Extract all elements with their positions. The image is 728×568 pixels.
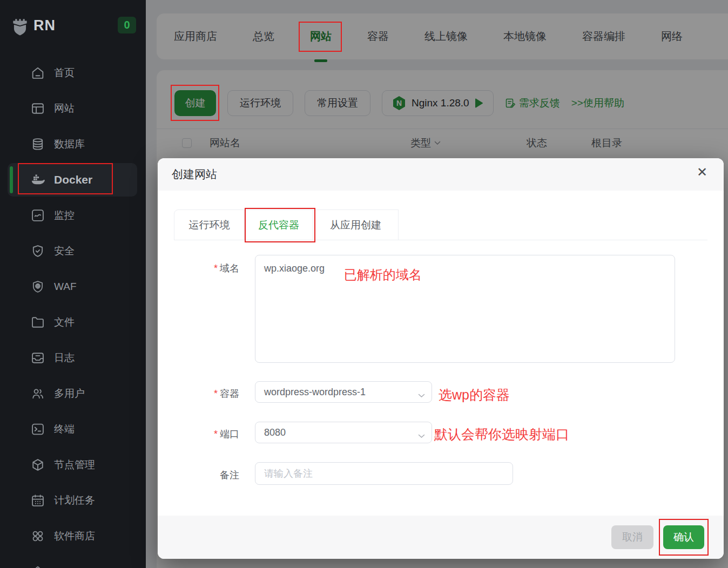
cancel-button-label: 取消	[622, 530, 643, 544]
sidebar: RN 0 首页 网站 数据库 Docker	[0, 0, 146, 568]
dialog-footer: 取消 确认	[158, 516, 724, 559]
docker-icon	[30, 172, 45, 187]
sidebar-item-monitor[interactable]: 监控	[0, 198, 146, 233]
sidebar-item-website[interactable]: 网站	[0, 91, 146, 126]
home-icon	[30, 564, 45, 568]
annotation-box-create	[171, 85, 219, 121]
domain-field-label: *域名	[158, 262, 239, 275]
sidebar-item-label: 网站	[54, 102, 75, 116]
sidebar-item-nodes[interactable]: 节点管理	[0, 447, 146, 483]
create-website-dialog: 创建网站 ✕ 运行环境 反代容器 从应用创建 *域名 wp.xiaoge.org…	[158, 158, 724, 559]
sidebar-item-label: 多用户	[54, 387, 85, 401]
browser-icon	[30, 101, 45, 116]
sidebar-item-label: 日志	[54, 351, 75, 365]
sidebar-menu: 首页 网站 数据库 Docker 监控	[0, 55, 146, 568]
dialog-tab-label: 反代容器	[258, 218, 299, 232]
sidebar-item-database[interactable]: 数据库	[0, 126, 146, 162]
dialog-header: 创建网站 ✕	[158, 158, 724, 191]
port-select-value: 8080	[264, 422, 286, 443]
required-asterisk: *	[214, 388, 218, 399]
annotation-box-website-tab	[299, 22, 342, 52]
annotation-container-note: 选wp的容器	[439, 386, 510, 404]
dialog-title: 创建网站	[172, 158, 217, 191]
sidebar-item-cron[interactable]: 计划任务	[0, 483, 146, 518]
chevron-down-icon	[418, 431, 425, 441]
port-select[interactable]: 8080	[255, 422, 432, 443]
close-icon[interactable]: ✕	[697, 166, 707, 179]
dialog-tab-reverse-proxy-container[interactable]: 反代容器	[245, 209, 313, 240]
dialog-tabs: 运行环境 反代容器 从应用创建	[174, 209, 399, 240]
sidebar-item-files[interactable]: 文件	[0, 305, 146, 340]
terminal-icon	[30, 422, 45, 437]
annotation-box-confirm	[659, 519, 709, 556]
sidebar-item-label: 节点管理	[54, 458, 95, 472]
sidebar-item-docker[interactable]: Docker	[0, 162, 146, 198]
sidebar-item-label: 首页	[54, 66, 75, 80]
sidebar-item-label: 文件	[54, 315, 75, 329]
sidebar-item-logs[interactable]: 日志	[0, 340, 146, 376]
container-select[interactable]: wordpress-wordpress-1	[255, 381, 432, 403]
container-field-label: *容器	[158, 387, 239, 400]
notification-badge: 0	[118, 17, 136, 33]
dialog-tab-runtime[interactable]: 运行环境	[174, 209, 245, 240]
inbox-tray-icon	[30, 350, 45, 366]
active-indicator-bar	[10, 166, 13, 193]
sidebar-item-partial[interactable]	[0, 554, 146, 568]
annotation-domain-note: 已解析的域名	[344, 266, 422, 283]
sidebar-item-label: 软件商店	[54, 529, 95, 543]
dialog-tab-label: 运行环境	[189, 218, 230, 232]
container-select-value: wordpress-wordpress-1	[264, 382, 366, 402]
sidebar-item-home[interactable]: 首页	[0, 55, 146, 91]
dialog-tab-from-app[interactable]: 从应用创建	[313, 209, 399, 240]
sidebar-item-label: Docker	[54, 173, 92, 186]
calendar-icon	[30, 493, 45, 508]
remark-field-label: 备注	[158, 469, 239, 482]
app-window: RN 0 首页 网站 数据库 Docker	[0, 0, 728, 568]
cube-icon	[30, 457, 45, 472]
users-icon	[30, 386, 45, 401]
shield-logo-icon	[10, 15, 30, 37]
dialog-tab-label: 从应用创建	[330, 218, 381, 232]
port-field-label: *端口	[158, 428, 239, 441]
shield-check-icon	[30, 244, 45, 259]
remark-input[interactable]	[255, 462, 513, 485]
domain-textarea[interactable]: wp.xiaoge.org	[255, 255, 675, 363]
sidebar-item-terminal[interactable]: 终端	[0, 411, 146, 447]
sidebar-item-appstore[interactable]: 软件商店	[0, 518, 146, 554]
folder-icon	[30, 315, 45, 330]
monitor-chart-icon	[30, 208, 45, 223]
sidebar-item-label: WAF	[54, 281, 77, 293]
sidebar-item-label: 终端	[54, 422, 75, 436]
dialog-tabs-divider	[174, 240, 707, 240]
required-asterisk: *	[214, 429, 218, 439]
annotation-port-note: 默认会帮你选映射端口	[434, 425, 569, 443]
sidebar-item-security[interactable]: 安全	[0, 233, 146, 269]
sidebar-item-label: 数据库	[54, 137, 85, 151]
required-asterisk: *	[214, 263, 218, 274]
sidebar-item-label: 计划任务	[54, 493, 95, 508]
logo-row: RN 0	[0, 14, 146, 39]
sidebar-item-label: 安全	[54, 244, 75, 258]
sidebar-item-waf[interactable]: WAF	[0, 269, 146, 305]
home-icon	[30, 65, 45, 80]
sidebar-item-multiuser[interactable]: 多用户	[0, 376, 146, 411]
shield-globe-icon	[30, 279, 45, 294]
sidebar-item-label: 监控	[54, 208, 75, 222]
app-grid-icon	[30, 529, 45, 544]
logo-text: RN	[33, 17, 56, 34]
chevron-down-icon	[418, 390, 425, 400]
cancel-button[interactable]: 取消	[611, 525, 653, 549]
confirm-button[interactable]: 确认	[663, 525, 704, 549]
database-icon	[30, 137, 45, 152]
create-button[interactable]: 创建	[174, 90, 216, 116]
